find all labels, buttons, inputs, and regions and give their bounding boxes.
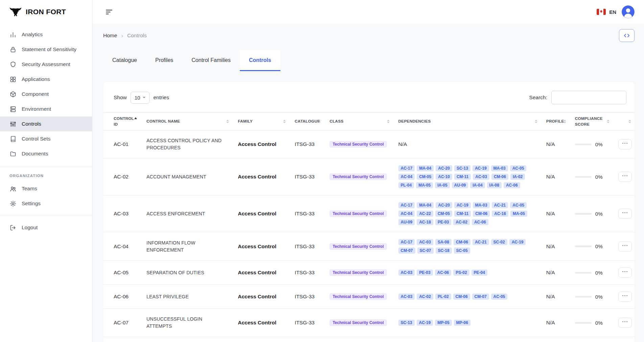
dependency-badge[interactable]: AC-05 [491,294,508,300]
row-actions-button[interactable]: ⋯ [618,172,632,182]
dependency-badge[interactable]: AC-21 [492,202,508,208]
column-header-profile[interactable]: PROFILE [541,113,570,130]
breadcrumb-home[interactable]: Home [103,33,117,39]
column-header-dependencies[interactable]: DEPENDENCIES [393,113,541,130]
dependency-badge[interactable]: AC-02 [453,219,470,225]
dependency-badge[interactable]: SC-02 [491,239,507,245]
dependency-badge[interactable]: AC-03 [473,174,489,180]
user-avatar[interactable] [622,5,635,18]
column-header-class[interactable]: CLASS [324,113,393,130]
dependency-badge[interactable]: SA-08 [435,239,452,245]
row-actions-button[interactable]: ⋯ [618,268,632,278]
sidebar-item-applications[interactable]: Applications [0,72,92,87]
dependency-badge[interactable]: AC-05 [510,165,527,171]
dependency-badge[interactable]: MA-03 [473,202,490,208]
dependency-badge[interactable]: AC-17 [398,165,415,171]
code-view-button[interactable] [619,29,635,42]
dependency-badge[interactable]: AC-17 [398,202,415,208]
dependency-badge[interactable]: CM-07 [398,248,415,254]
sidebar-item-control-sets[interactable]: Control Sets [0,131,92,146]
dependency-badge[interactable]: AC-16 [492,211,508,217]
dependency-badge[interactable]: AC-06 [435,270,452,276]
sidebar-item-settings[interactable]: Settings [0,196,92,211]
dependency-badge[interactable]: SC-05 [454,248,470,254]
dependency-badge[interactable]: AC-18 [417,219,433,225]
dependency-badge[interactable]: PS-02 [453,270,469,276]
dependency-badge[interactable]: AC-06 [472,219,488,225]
dependency-badge[interactable]: SC-18 [436,248,452,254]
dependency-badge[interactable]: PL-04 [398,182,414,188]
row-actions-button[interactable]: ⋯ [618,139,632,149]
sidebar-item-analytics[interactable]: Analytics [0,27,92,42]
dependency-badge[interactable]: AU-09 [398,219,415,225]
dependency-badge[interactable]: AC-03 [398,294,415,300]
sidebar-item-documents[interactable]: Documents [0,146,92,161]
dependency-badge[interactable]: MA-03 [491,165,508,171]
dependency-badge[interactable]: CM-11 [454,174,471,180]
dependency-badge[interactable]: AC-04 [398,174,415,180]
dependency-badge[interactable]: AC-21 [473,239,489,245]
dependency-badge[interactable]: AC-10 [436,174,452,180]
row-actions-button[interactable]: ⋯ [618,209,632,219]
row-actions-button[interactable]: ⋯ [618,241,632,252]
dependency-badge[interactable]: IA-05 [435,182,450,188]
dependency-badge[interactable]: AC-20 [436,202,452,208]
column-header-compliance-score[interactable]: COMPLIANCE SCORE [570,113,613,130]
sidebar-item-environment[interactable]: Environment [0,102,92,116]
dependency-badge[interactable]: PE-03 [435,219,451,225]
tab-profiles[interactable]: Profiles [146,50,182,71]
dependency-badge[interactable]: SC-13 [454,165,470,171]
dependency-badge[interactable]: CM-05 [417,174,434,180]
page-size-select[interactable]: 10 [131,92,150,104]
dependency-badge[interactable]: MP-06 [454,320,470,326]
dependency-badge[interactable]: CM-07 [472,294,489,300]
dependency-badge[interactable]: AC-05 [510,202,527,208]
dependency-badge[interactable]: AC-19 [509,239,526,245]
dependency-badge[interactable]: CM-06 [473,211,490,217]
language-selector[interactable]: EN [597,9,616,15]
sidebar-item-logout[interactable]: Logout [0,220,92,235]
dependency-badge[interactable]: MP-05 [435,320,452,326]
tab-catalogue[interactable]: Catalogue [103,50,146,71]
dependency-badge[interactable]: AC-03 [417,239,433,245]
dependency-badge[interactable]: AC-02 [417,294,433,300]
sidebar-item-security-assessment[interactable]: Security Assessment [0,57,92,72]
dependency-badge[interactable]: CM-06 [453,294,470,300]
dependency-badge[interactable]: SC-13 [398,320,415,326]
row-actions-button[interactable]: ⋯ [618,318,632,328]
dependency-badge[interactable]: AC-17 [398,239,415,245]
dependency-badge[interactable]: CM-05 [435,211,452,217]
column-header-control-id[interactable]: CONTROL ID [103,113,141,130]
dependency-badge[interactable]: CM-06 [491,174,508,180]
column-header-actions[interactable] [613,113,635,130]
dependency-badge[interactable]: CM-06 [454,239,470,245]
dependency-badge[interactable]: AC-20 [436,165,452,171]
dependency-badge[interactable]: IA-08 [487,182,502,188]
dependency-badge[interactable]: AC-06 [504,182,520,188]
dependency-badge[interactable]: AC-19 [417,320,433,326]
dependency-badge[interactable]: AC-19 [473,165,489,171]
row-actions-button[interactable]: ⋯ [618,292,632,302]
tab-control-families[interactable]: Control Families [182,50,240,71]
brand-logo[interactable]: IRON FORT [0,0,92,24]
dependency-badge[interactable]: IA-04 [470,182,485,188]
menu-toggle-button[interactable] [104,6,115,18]
dependency-badge[interactable]: MA-05 [510,211,527,217]
dependency-badge[interactable]: AU-09 [452,182,468,188]
search-input[interactable] [551,91,626,104]
dependency-badge[interactable]: SC-07 [417,248,434,254]
dependency-badge[interactable]: CM-11 [454,211,471,217]
sidebar-item-statement-of-sensitivity[interactable]: Statement of Sensitivity [0,42,92,57]
dependency-badge[interactable]: IA-02 [510,174,525,180]
tab-controls[interactable]: Controls [240,50,280,71]
column-header-family[interactable]: FAMILY [232,113,289,130]
dependency-badge[interactable]: AC-04 [398,211,415,217]
dependency-badge[interactable]: PE-04 [472,270,487,276]
dependency-badge[interactable]: AC-19 [454,202,471,208]
column-header-catalogue[interactable]: CATALOGUE [289,113,324,130]
sidebar-item-controls[interactable]: Controls [0,116,92,131]
column-header-control-name[interactable]: CONTROL NAME [141,113,232,130]
dependency-badge[interactable]: MA-04 [417,202,434,208]
dependency-badge[interactable]: MA-05 [416,182,433,188]
dependency-badge[interactable]: MA-04 [417,165,434,171]
